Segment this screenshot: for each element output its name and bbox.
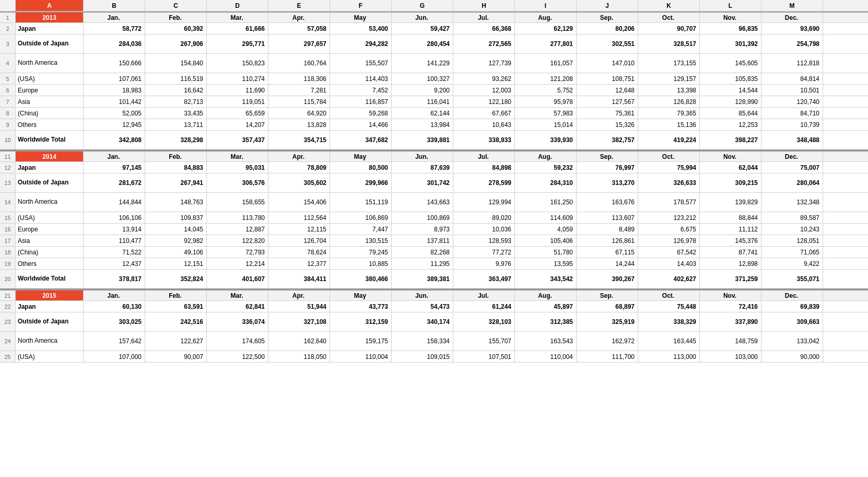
cell-c-20[interactable]: 352,824 [145, 270, 207, 288]
cell-f-17[interactable]: 130,515 [330, 235, 392, 246]
cell-g-20[interactable]: 389,381 [392, 270, 453, 288]
cell-h-19[interactable]: 9,976 [453, 258, 515, 269]
cell-a-14[interactable]: North America [16, 193, 84, 212]
cell-g-10[interactable]: 339,881 [392, 131, 453, 149]
cell-l-6[interactable]: 14,544 [700, 85, 761, 96]
cell-b-3[interactable]: 284,036 [84, 34, 145, 53]
cell-i-24[interactable]: 163,543 [515, 332, 577, 351]
cell-a-25[interactable]: (USA) [16, 351, 84, 362]
cell-e-4[interactable]: 160,764 [268, 54, 330, 73]
cell-m-9[interactable]: 10,739 [761, 119, 823, 130]
cell-l-19[interactable]: 12,898 [700, 258, 761, 269]
cell-j-4[interactable]: 147,010 [577, 54, 638, 73]
cell-d-4[interactable]: 150,823 [207, 54, 268, 73]
cell-k-16[interactable]: 6,675 [638, 224, 700, 235]
cell-g-23[interactable]: 340,174 [392, 312, 453, 331]
cell-m-12[interactable]: 75,007 [761, 162, 823, 173]
cell-l-9[interactable]: 12,253 [700, 119, 761, 130]
cell-m-8[interactable]: 84,710 [761, 108, 823, 119]
table-row[interactable]: 212015Jan.Feb.Mar.Apr.MayJun.Jul.Aug.Sep… [0, 289, 868, 301]
cell-i-12[interactable]: 59,232 [515, 162, 577, 173]
cell-m-19[interactable]: 9,422 [761, 258, 823, 269]
cell-k-24[interactable]: 163,445 [638, 332, 700, 351]
cell-f-20[interactable]: 380,466 [330, 270, 392, 288]
cell-i-11[interactable]: Aug. [515, 152, 577, 161]
cell-g-5[interactable]: 100,327 [392, 73, 453, 84]
cell-f-15[interactable]: 106,869 [330, 212, 392, 223]
cell-d-17[interactable]: 122,820 [207, 235, 268, 246]
cell-b-14[interactable]: 144,844 [84, 193, 145, 212]
cell-a-19[interactable]: Others [16, 258, 84, 269]
cell-e-17[interactable]: 126,704 [268, 235, 330, 246]
table-row[interactable]: 25(USA)107,00090,007122,500118,050110,00… [0, 351, 868, 363]
cell-f-11[interactable]: May [330, 152, 392, 161]
cell-c-4[interactable]: 154,840 [145, 54, 207, 73]
cell-f-10[interactable]: 347,682 [330, 131, 392, 149]
cell-g-9[interactable]: 13,984 [392, 119, 453, 130]
cell-c-21[interactable]: Feb. [145, 290, 207, 300]
cell-j-8[interactable]: 75,361 [577, 108, 638, 119]
cell-j-16[interactable]: 8,489 [577, 224, 638, 235]
cell-c-24[interactable]: 122,627 [145, 332, 207, 351]
cell-b-23[interactable]: 303,025 [84, 312, 145, 331]
cell-i-9[interactable]: 15,014 [515, 119, 577, 130]
table-row[interactable]: 13Outside of Japan281,672267,941306,5763… [0, 173, 868, 193]
cell-f-12[interactable]: 80,500 [330, 162, 392, 173]
cell-l-25[interactable]: 103,000 [700, 351, 761, 362]
cell-c-5[interactable]: 116,519 [145, 73, 207, 84]
cell-k-15[interactable]: 123,212 [638, 212, 700, 223]
cell-d-2[interactable]: 61,666 [207, 23, 268, 34]
cell-c-6[interactable]: 16,642 [145, 85, 207, 96]
table-row[interactable]: 12013Jan.Feb.Mar.Apr.MayJun.Jul.Aug.Sep.… [0, 11, 868, 23]
cell-l-15[interactable]: 88,844 [700, 212, 761, 223]
cell-j-22[interactable]: 68,897 [577, 301, 638, 312]
cell-a-16[interactable]: Europe [16, 224, 84, 235]
cell-i-6[interactable]: 5,752 [515, 85, 577, 96]
cell-d-18[interactable]: 72,793 [207, 247, 268, 258]
cell-i-8[interactable]: 57,983 [515, 108, 577, 119]
cell-d-9[interactable]: 14,207 [207, 119, 268, 130]
cell-d-11[interactable]: Mar. [207, 152, 268, 161]
cell-j-3[interactable]: 302,551 [577, 34, 638, 53]
cell-m-10[interactable]: 348,488 [761, 131, 823, 149]
cell-l-21[interactable]: Nov. [700, 290, 761, 300]
cell-g-24[interactable]: 158,334 [392, 332, 453, 351]
cell-b-18[interactable]: 71,522 [84, 247, 145, 258]
cell-f-6[interactable]: 7,452 [330, 85, 392, 96]
cell-e-11[interactable]: Apr. [268, 152, 330, 161]
cell-d-19[interactable]: 12,214 [207, 258, 268, 269]
cell-f-4[interactable]: 155,507 [330, 54, 392, 73]
cell-f-9[interactable]: 14,466 [330, 119, 392, 130]
cell-f-24[interactable]: 159,175 [330, 332, 392, 351]
cell-e-7[interactable]: 115,784 [268, 96, 330, 107]
cell-i-4[interactable]: 161,057 [515, 54, 577, 73]
cell-k-21[interactable]: Oct. [638, 290, 700, 300]
cell-g-4[interactable]: 141,229 [392, 54, 453, 73]
cell-g-22[interactable]: 54,473 [392, 301, 453, 312]
cell-e-24[interactable]: 162,640 [268, 332, 330, 351]
cell-h-22[interactable]: 61,244 [453, 301, 515, 312]
cell-j-11[interactable]: Sep. [577, 152, 638, 161]
cell-b-2[interactable]: 58,772 [84, 23, 145, 34]
cell-l-16[interactable]: 11,112 [700, 224, 761, 235]
cell-c-3[interactable]: 267,906 [145, 34, 207, 53]
cell-j-18[interactable]: 67,115 [577, 247, 638, 258]
cell-g-16[interactable]: 8,973 [392, 224, 453, 235]
cell-h-11[interactable]: Jul. [453, 152, 515, 161]
table-row[interactable]: 9Others12,94513,71114,20713,82814,46613,… [0, 119, 868, 131]
cell-d-6[interactable]: 11,690 [207, 85, 268, 96]
cell-e-15[interactable]: 112,564 [268, 212, 330, 223]
table-row[interactable]: 19Others12,43712,15112,21412,37710,88511… [0, 258, 868, 270]
cell-e-3[interactable]: 297,657 [268, 34, 330, 53]
cell-a-21[interactable]: 2015 [16, 290, 84, 300]
cell-e-2[interactable]: 57,058 [268, 23, 330, 34]
cell-j-2[interactable]: 80,206 [577, 23, 638, 34]
cell-l-23[interactable]: 337,890 [700, 312, 761, 331]
cell-i-1[interactable]: Aug. [515, 13, 577, 22]
cell-c-10[interactable]: 328,298 [145, 131, 207, 149]
cell-f-2[interactable]: 53,400 [330, 23, 392, 34]
table-row[interactable]: 20Worldwide Total378,817352,824401,60738… [0, 270, 868, 289]
cell-i-10[interactable]: 339,930 [515, 131, 577, 149]
cell-j-20[interactable]: 390,267 [577, 270, 638, 288]
table-row[interactable]: 10Worldwide Total342,808328,298357,43735… [0, 131, 868, 150]
